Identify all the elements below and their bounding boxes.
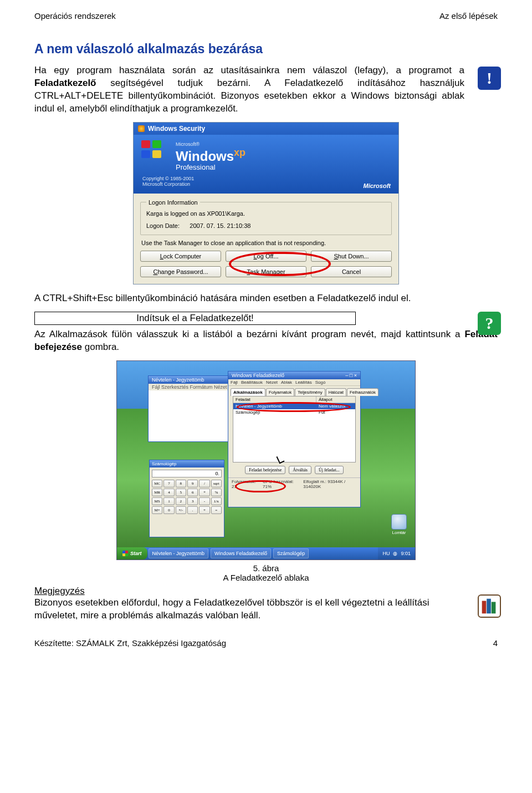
taskbar: Start Névtelen - Jegyzettömb Windows Fel…: [117, 547, 415, 560]
shield-icon: [138, 125, 145, 132]
calculator-window: Számológép 0. MC 7 8 9 / sqrt MR 4 5 6 *…: [149, 460, 224, 537]
new-task-button[interactable]: Új feladat...: [315, 466, 344, 474]
lock-computer-button[interactable]: LLock Computerock Computer: [140, 251, 221, 262]
list-item-selected[interactable]: Névtelen - Jegyzettömb Nem válaszol: [233, 403, 355, 409]
calc-key[interactable]: MS: [152, 497, 162, 505]
list-header: Feladat Állapot: [233, 396, 355, 403]
winsec-banner: Microsoft® Windowsxp Professional Copyri…: [134, 135, 398, 194]
taskmgr-tabs: Alkalmazások Folyamatok Teljesítmény Hál…: [228, 386, 360, 396]
svg-rect-0: [482, 601, 487, 613]
calc-key[interactable]: 1: [163, 497, 174, 505]
calc-key[interactable]: .: [187, 506, 198, 514]
calc-key[interactable]: M+: [152, 506, 162, 514]
question-icon: ?: [478, 312, 501, 335]
tab-users[interactable]: Felhasználók: [347, 388, 378, 396]
calc-key[interactable]: %: [211, 489, 222, 496]
shut-down-button[interactable]: Shut Down...Shut Down...: [311, 251, 392, 262]
calc-key[interactable]: -: [199, 497, 209, 505]
calc-key[interactable]: *: [199, 489, 209, 496]
winsec-titlebar: Windows Security: [134, 123, 398, 135]
list-item[interactable]: Számológép Fut: [233, 409, 355, 415]
taskmgr-buttons: Feladat befejezése Átváltás Új feladat..…: [228, 462, 360, 477]
note-body: Bizonyos esetekben előfordul, hogy a Fel…: [34, 597, 429, 621]
calc-key[interactable]: 9: [187, 480, 198, 487]
calc-titlebar: Számológép: [150, 460, 224, 467]
calc-key[interactable]: /: [199, 480, 209, 487]
taskbar-item[interactable]: Számológép: [273, 548, 309, 558]
switch-to-button[interactable]: Átváltás: [289, 466, 311, 474]
calc-key[interactable]: +/-: [176, 506, 186, 514]
calc-keys: MC 7 8 9 / sqrt MR 4 5 6 * % MS 1 2 3 - …: [150, 480, 224, 516]
calc-key[interactable]: MC: [152, 480, 162, 487]
recycle-bin-icon: [391, 514, 407, 530]
microsoft-label: Microsoft: [364, 182, 391, 189]
calc-key[interactable]: 6: [187, 489, 198, 496]
calc-key[interactable]: sqrt: [211, 480, 222, 487]
note-block: Megjegyzés Bizonyos esetekben előfordul,…: [34, 586, 498, 622]
logon-user-line: Karga is logged on as XP001\Karga.: [146, 210, 386, 217]
taskmgr-list: Feladat Állapot Névtelen - Jegyzettömb N…: [233, 396, 356, 462]
recycle-bin[interactable]: Lomtár: [390, 514, 408, 535]
log-off-button[interactable]: Log Off...Log Off...: [226, 251, 306, 262]
exclamation-icon: !: [478, 67, 501, 90]
calc-key[interactable]: 4: [163, 489, 174, 496]
note-title: Megjegyzés: [34, 586, 85, 596]
calc-key[interactable]: 1/x: [211, 497, 222, 505]
paragraph-2: A CTRL+Shift+Esc billentyűkombináció hat…: [34, 292, 498, 305]
section-title: A nem válaszoló alkalmazás bezárása: [34, 42, 498, 57]
windows-flag-icon: [122, 551, 128, 556]
calc-key[interactable]: 8: [176, 480, 186, 487]
books-icon: [478, 594, 501, 618]
taskmgr-menubar[interactable]: Fájl Beállítások Nézet Ablak Leállítás S…: [228, 379, 360, 386]
logon-date-line: Logon Date: 2007. 07. 15. 21:10:38: [146, 222, 386, 229]
tab-processes[interactable]: Folyamatok: [266, 388, 294, 396]
copyright: Copyright © 1985-2001 Microsoft Corporat…: [142, 176, 390, 187]
svg-rect-2: [492, 602, 496, 613]
windows-security-dialog: Windows Security Microsoft® Windowsxp Pr…: [133, 122, 399, 284]
system-tray: HU ◍ 9:01: [378, 547, 415, 560]
paragraph-1: Ha egy program használata során az utasí…: [34, 64, 498, 115]
window-controls-icon[interactable]: – □ ×: [345, 373, 357, 378]
calc-key[interactable]: +: [199, 506, 209, 514]
end-task-button[interactable]: Feladat befejezése: [245, 466, 285, 474]
tab-performance[interactable]: Teljesítmény: [295, 388, 325, 396]
calc-key[interactable]: 7: [163, 480, 174, 487]
tray-icon: ◍: [393, 551, 397, 556]
cancel-button[interactable]: CancelCancel: [311, 266, 392, 277]
footer-left: Készítette: SZÁMALK Zrt, Szakképzési Iga…: [34, 638, 226, 648]
taskmgr-statusbar: Folyamatok: 21 CPU-használat: 71% Elfogl…: [228, 477, 360, 490]
calc-key[interactable]: 3: [187, 497, 198, 505]
paragraph-3: Az Alkalmazások fülön válasszuk ki a lis…: [34, 328, 498, 354]
figure-caption: 5. ábra A Feladatkezelő ablaka: [34, 563, 498, 582]
logon-info-legend: Logon Information: [146, 199, 200, 206]
tab-network[interactable]: Hálózat: [326, 388, 346, 396]
page-footer: Készítette: SZÁMALK Zrt, Szakképzési Iga…: [34, 638, 498, 648]
task-manager-window: Windows Feladatkezelő – □ × Fájl Beállít…: [228, 371, 361, 507]
calc-key[interactable]: 0: [163, 506, 174, 514]
calc-key[interactable]: 2: [176, 497, 186, 505]
calc-key[interactable]: =: [211, 506, 222, 514]
header-left: Operációs rendszerek: [34, 11, 116, 21]
task-manager-button[interactable]: Task ManagerTask Manager: [226, 266, 306, 277]
winsec-button-row: LLock Computerock Computer Log Off...Log…: [140, 251, 392, 277]
start-button[interactable]: Start: [117, 547, 147, 560]
taskbar-item[interactable]: Windows Feladatkezelő: [211, 548, 271, 558]
tray-lang[interactable]: HU: [382, 551, 390, 556]
calc-key[interactable]: MR: [152, 489, 162, 496]
windows-flag-icon: [141, 140, 163, 159]
winsec-body: Logon Information Karga is logged on as …: [134, 194, 398, 284]
calc-key[interactable]: 5: [176, 489, 186, 496]
tab-applications[interactable]: Alkalmazások: [231, 388, 265, 396]
xp-desktop-figure: Névtelen - Jegyzettömb – □ × Fájl Szerke…: [116, 360, 416, 560]
tray-clock: 9:01: [401, 551, 411, 556]
winsec-instruction: Use the Task Manager to close an applica…: [141, 240, 391, 246]
page-number: 4: [493, 638, 498, 648]
logon-info-group: Logon Information Karga is logged on as …: [140, 199, 392, 235]
taskmgr-titlebar: Windows Feladatkezelő – □ ×: [228, 372, 360, 379]
change-password-button[interactable]: Change Password...Change Password...: [140, 266, 221, 277]
calc-display: 0.: [152, 470, 222, 477]
task-instruction-box: Indítsuk el a Feladatkezelőt!: [34, 312, 356, 325]
taskbar-item[interactable]: Névtelen - Jegyzettömb: [149, 548, 209, 558]
winsec-title: Windows Security: [148, 125, 205, 133]
page-header: Operációs rendszerek Az első lépések: [34, 11, 498, 21]
